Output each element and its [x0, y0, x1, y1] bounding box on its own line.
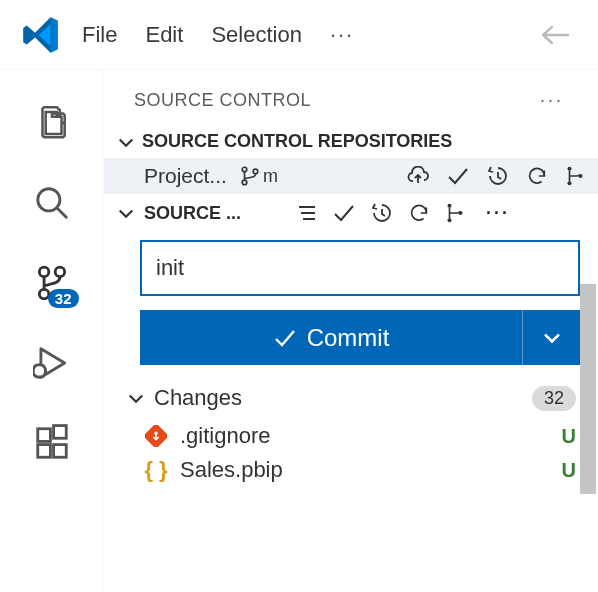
- changes-label: Changes: [154, 385, 242, 411]
- refresh-icon[interactable]: [526, 165, 548, 187]
- tree-view-icon[interactable]: [296, 203, 318, 223]
- commit-button-group: Commit: [140, 310, 580, 365]
- svg-point-10: [242, 180, 247, 185]
- activity-explorer[interactable]: [33, 104, 71, 142]
- activity-source-control[interactable]: 32: [33, 264, 71, 302]
- file-row-gitignore[interactable]: .gitignore U: [104, 419, 598, 453]
- back-arrow-icon[interactable]: [540, 25, 598, 45]
- svg-point-15: [447, 204, 451, 208]
- file-name: .gitignore: [180, 423, 271, 449]
- vscode-logo: [0, 16, 82, 54]
- svg-point-12: [567, 167, 571, 171]
- scrollbar-thumb[interactable]: [580, 284, 596, 494]
- repos-header[interactable]: SOURCE CONTROL REPOSITORIES: [104, 125, 598, 158]
- file-status: U: [562, 459, 576, 482]
- provider-more-icon[interactable]: ···: [486, 203, 510, 224]
- svg-rect-7: [53, 445, 66, 458]
- svg-rect-5: [37, 429, 50, 442]
- graph-icon[interactable]: [444, 202, 466, 224]
- menu-selection[interactable]: Selection: [211, 22, 302, 48]
- cloud-publish-icon[interactable]: [406, 166, 430, 186]
- source-control-panel: SOURCE CONTROL ··· SOURCE CONTROL REPOSI…: [104, 70, 598, 592]
- scm-badge: 32: [48, 289, 79, 308]
- commit-message-input[interactable]: [140, 240, 580, 296]
- chevron-down-icon: [126, 388, 146, 408]
- commit-button-label: Commit: [307, 324, 390, 352]
- file-status: U: [562, 425, 576, 448]
- panel-title-row: SOURCE CONTROL ···: [104, 70, 598, 125]
- chevron-down-icon: [116, 203, 136, 223]
- menu-edit[interactable]: Edit: [145, 22, 183, 48]
- svg-point-13: [567, 181, 571, 185]
- activity-debug[interactable]: [33, 344, 71, 382]
- menu-file[interactable]: File: [82, 22, 117, 48]
- main-area: 32 SOURCE CONTROL ··· SOURCE CONTROL REP…: [0, 70, 598, 592]
- menu-bar: File Edit Selection: [82, 22, 302, 48]
- file-row-sales[interactable]: { } Sales.pbip U: [104, 453, 598, 487]
- repo-row[interactable]: Project... m: [104, 158, 598, 194]
- panel-title: SOURCE CONTROL: [134, 90, 311, 111]
- git-file-icon: [144, 425, 168, 447]
- svg-rect-6: [37, 445, 50, 458]
- changes-header[interactable]: Changes 32: [104, 377, 598, 419]
- activity-extensions[interactable]: [33, 424, 71, 462]
- provider-actions: ···: [296, 202, 510, 224]
- commit-dropdown-button[interactable]: [522, 310, 580, 365]
- svg-point-1: [55, 267, 65, 277]
- svg-point-11: [253, 169, 258, 174]
- chevron-down-icon: [116, 132, 136, 152]
- history-icon[interactable]: [370, 202, 394, 224]
- activity-search[interactable]: [33, 184, 71, 222]
- svg-point-2: [39, 267, 49, 277]
- check-icon[interactable]: [446, 166, 470, 186]
- panel-more-icon[interactable]: ···: [540, 90, 564, 111]
- commit-button[interactable]: Commit: [140, 310, 522, 365]
- file-name: Sales.pbip: [180, 457, 283, 483]
- svg-point-3: [39, 289, 49, 299]
- svg-point-16: [447, 218, 451, 222]
- graph-icon[interactable]: [564, 165, 586, 187]
- changes-count-badge: 32: [532, 386, 576, 411]
- title-bar: File Edit Selection ···: [0, 0, 598, 70]
- svg-point-9: [242, 167, 247, 172]
- menu-overflow[interactable]: ···: [330, 22, 354, 48]
- braces-file-icon: { }: [144, 457, 168, 483]
- check-icon[interactable]: [332, 203, 356, 223]
- provider-label: SOURCE ...: [144, 203, 284, 224]
- activity-bar: 32: [0, 70, 104, 592]
- refresh-icon[interactable]: [408, 202, 430, 224]
- branch-icon[interactable]: m: [239, 165, 278, 187]
- svg-rect-8: [53, 426, 66, 439]
- repos-label: SOURCE CONTROL REPOSITORIES: [142, 131, 452, 152]
- history-icon[interactable]: [486, 165, 510, 187]
- provider-header[interactable]: SOURCE ... ···: [104, 194, 598, 232]
- svg-point-4: [33, 365, 46, 378]
- repo-actions: [406, 165, 586, 187]
- repo-name: Project...: [144, 164, 227, 188]
- commit-message-box: [140, 240, 580, 296]
